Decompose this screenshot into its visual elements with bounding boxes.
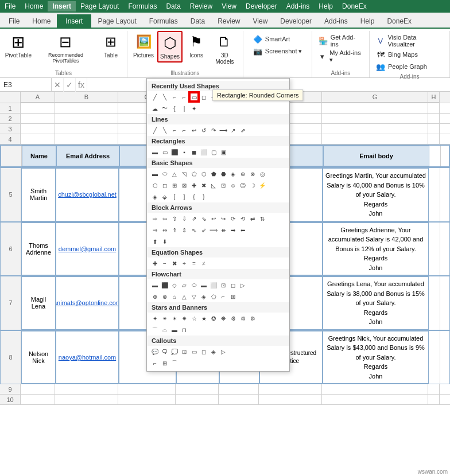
- pivottable-button[interactable]: ⊞ PivotTable: [3, 31, 33, 60]
- co11[interactable]: ⌒: [170, 358, 179, 368]
- fc15[interactable]: ▽: [189, 292, 199, 301]
- fc3[interactable]: ◇: [170, 280, 179, 290]
- cancel-formula-btn[interactable]: ✕: [52, 78, 64, 92]
- eq1[interactable]: ✚: [150, 259, 160, 268]
- cell-d10[interactable]: [176, 395, 219, 404]
- line4[interactable]: ⌐: [180, 126, 189, 135]
- name-box[interactable]: E3: [0, 78, 52, 92]
- brace-left[interactable]: {: [170, 104, 179, 113]
- ba12[interactable]: ⇅: [258, 214, 267, 223]
- st14[interactable]: ▬: [170, 325, 179, 334]
- bs15[interactable]: ⊞: [170, 181, 179, 190]
- ba10[interactable]: ⟲: [238, 214, 247, 223]
- ba20[interactable]: ⇻: [219, 225, 228, 235]
- ba13[interactable]: ⇒: [150, 225, 160, 235]
- co2[interactable]: 🗨: [160, 347, 169, 356]
- eq2[interactable]: −: [160, 259, 169, 268]
- co7[interactable]: ◈: [209, 347, 218, 356]
- cell-c9[interactable]: [118, 384, 176, 394]
- fc19[interactable]: ⊞: [228, 292, 238, 301]
- bs20[interactable]: ⊡: [219, 181, 228, 190]
- co9[interactable]: ⌐: [150, 358, 160, 368]
- co10[interactable]: ⊞: [160, 358, 169, 368]
- line8[interactable]: ⟶: [219, 126, 228, 135]
- ba5[interactable]: ⇗: [189, 214, 199, 223]
- bs11[interactable]: ⊗: [248, 169, 257, 178]
- cell-h10[interactable]: [428, 395, 440, 404]
- ba4[interactable]: ⇩: [180, 214, 189, 223]
- fc14[interactable]: △: [180, 292, 189, 301]
- col-header-h[interactable]: H: [428, 92, 440, 103]
- fc11[interactable]: ⊕: [150, 292, 160, 301]
- insert-function-btn[interactable]: fx: [76, 78, 87, 92]
- fc2[interactable]: ⬛: [160, 280, 169, 290]
- menu-home[interactable]: Home: [20, 1, 48, 11]
- line-shape[interactable]: ╱: [150, 92, 160, 102]
- bs5[interactable]: ⬠: [189, 169, 199, 178]
- st4[interactable]: ✷: [180, 314, 189, 323]
- bs28[interactable]: ]: [180, 192, 189, 201]
- tab-developer[interactable]: Developer: [274, 14, 318, 28]
- ba22[interactable]: ⬅: [238, 225, 247, 235]
- icons-button[interactable]: ⚑ Icons: [184, 31, 209, 60]
- bs24[interactable]: ⚡: [258, 181, 267, 190]
- col-header-a[interactable]: A: [21, 92, 55, 103]
- tab-page-layout[interactable]: Page Layout: [91, 14, 142, 28]
- tab-data[interactable]: Data: [184, 14, 211, 28]
- cell-g1[interactable]: [322, 103, 428, 113]
- email-link-8[interactable]: naoya@hotmail.com: [59, 354, 116, 361]
- line10[interactable]: ⇗: [238, 126, 247, 135]
- menu-formulas[interactable]: Formulas: [123, 1, 161, 11]
- bent-shape[interactable]: ⌐: [180, 92, 189, 102]
- tab-insert[interactable]: Insert: [57, 14, 91, 28]
- ba21[interactable]: ➡: [228, 225, 238, 235]
- rect3[interactable]: ⬛: [170, 147, 179, 157]
- cell-f10[interactable]: [259, 395, 322, 404]
- cell-h2[interactable]: [428, 114, 440, 123]
- rect4[interactable]: ▪: [180, 147, 189, 157]
- fc7[interactable]: ⬜: [209, 280, 218, 290]
- smartart-button[interactable]: 🔷 SmartArt: [250, 33, 305, 45]
- line5[interactable]: ↩: [189, 126, 199, 135]
- tab-formulas[interactable]: Formulas: [143, 14, 184, 28]
- menu-help[interactable]: Help: [314, 1, 338, 11]
- fc13[interactable]: ⌂: [170, 292, 179, 301]
- cell-a9[interactable]: [21, 384, 55, 394]
- cell-d9[interactable]: [176, 384, 219, 394]
- cell-b4[interactable]: [55, 134, 118, 144]
- bs17[interactable]: ✚: [189, 181, 199, 190]
- st1[interactable]: ✦: [150, 314, 160, 323]
- get-addins-button[interactable]: 🏪 Get Add-ins: [316, 33, 366, 48]
- st8[interactable]: ❋: [219, 314, 228, 323]
- menu-data[interactable]: Data: [161, 1, 185, 11]
- fc16[interactable]: ◈: [199, 292, 208, 301]
- cell-b3[interactable]: [55, 124, 118, 134]
- screenshot-button[interactable]: 📷 Screenshot ▾: [250, 45, 305, 57]
- line3[interactable]: ⌐: [170, 126, 179, 135]
- confirm-formula-btn[interactable]: ✓: [64, 78, 76, 92]
- st13[interactable]: ⌓: [160, 325, 169, 334]
- cell-a4[interactable]: [21, 134, 55, 144]
- cell-email-8[interactable]: naoya@hotmail.com: [56, 331, 119, 384]
- rect5[interactable]: ◼: [189, 147, 199, 157]
- bs26[interactable]: ⬙: [160, 192, 169, 201]
- cell-g9[interactable]: [322, 384, 428, 394]
- ba24[interactable]: ⬇: [160, 237, 169, 246]
- fc6[interactable]: ▬: [199, 280, 208, 290]
- co6[interactable]: ◻: [199, 347, 208, 356]
- ba9[interactable]: ⟳: [228, 214, 238, 223]
- cell-g2[interactable]: [322, 114, 428, 123]
- col-header-b[interactable]: B: [55, 92, 118, 103]
- right-angle-shape[interactable]: ⌐: [170, 92, 179, 102]
- menu-page-layout[interactable]: Page Layout: [76, 1, 123, 11]
- cell-e9[interactable]: [219, 384, 259, 394]
- bs6[interactable]: ⬡: [199, 169, 208, 178]
- tab-doneex[interactable]: DoneEx: [381, 14, 418, 28]
- tab-file[interactable]: File: [2, 14, 26, 28]
- recommended-pivottables-button[interactable]: ⊟ Recommended PivotTables: [34, 31, 97, 65]
- cell-g10[interactable]: [322, 395, 428, 404]
- line2[interactable]: ╲: [160, 126, 169, 135]
- email-link-6[interactable]: demmel@gmail.com: [59, 245, 116, 252]
- fc8[interactable]: ⊡: [219, 280, 228, 290]
- cell-h9[interactable]: [428, 384, 440, 394]
